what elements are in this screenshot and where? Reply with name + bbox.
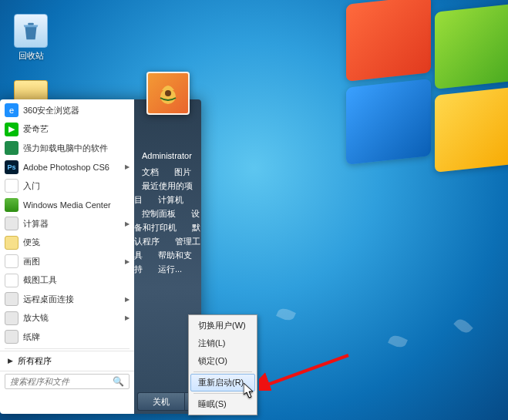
- start-menu-left-pane: e360安全浏览器▶爱奇艺强力卸载电脑中的软件PsAdobe Photoshop…: [0, 99, 134, 414]
- all-programs-label: 所有程序: [18, 355, 52, 367]
- submenu-item-0[interactable]: 切换用户(W): [190, 317, 255, 334]
- program-item-3[interactable]: PsAdobe Photoshop CS6▶: [0, 158, 134, 177]
- program-label: 计算器: [23, 218, 49, 230]
- program-item-2[interactable]: 强力卸载电脑中的软件: [0, 139, 134, 158]
- separator: [193, 371, 252, 372]
- user-name-link[interactable]: Administrator: [134, 147, 201, 164]
- mouse-cursor: [244, 383, 254, 398]
- program-label: 纸牌: [23, 331, 40, 343]
- note-icon: [5, 236, 19, 250]
- submenu-item-1[interactable]: 注销(L): [190, 334, 255, 352]
- program-label: 放大镜: [23, 312, 49, 324]
- program-item-8[interactable]: 画图▶: [0, 252, 134, 271]
- wmc-icon: [5, 198, 19, 212]
- windows-logo-wallpaper: [331, 0, 508, 231]
- recycle-bin-label: 回收站: [8, 50, 54, 62]
- annotation-arrow: [259, 352, 352, 391]
- program-label: 截图工具: [23, 274, 57, 286]
- paint-icon: [5, 254, 19, 268]
- svg-line-3: [264, 355, 348, 386]
- start-menu: e360安全浏览器▶爱奇艺强力卸载电脑中的软件PsAdobe Photoshop…: [0, 99, 201, 414]
- program-item-9[interactable]: 截图工具: [0, 271, 134, 291]
- submenu-item-2[interactable]: 锁定(O): [190, 352, 255, 370]
- program-item-4[interactable]: 入门: [0, 176, 134, 196]
- program-label: 远程桌面连接: [23, 294, 74, 305]
- program-item-10[interactable]: 远程桌面连接▶: [0, 290, 134, 309]
- wallpaper-leaf: [276, 306, 296, 323]
- program-label: 强力卸载电脑中的软件: [23, 143, 108, 154]
- svg-rect-0: [28, 23, 34, 25]
- shutdown-submenu: 切换用户(W)注销(L)锁定(O)重新启动(R)睡眠(S): [188, 314, 257, 415]
- program-item-0[interactable]: e360安全浏览器: [0, 101, 134, 120]
- program-label: Adobe Photoshop CS6: [23, 163, 109, 172]
- ie-icon: e: [5, 103, 19, 117]
- unin-icon: [5, 141, 19, 155]
- iqy-icon: ▶: [5, 123, 19, 136]
- separator: [5, 348, 130, 349]
- program-item-1[interactable]: ▶爱奇艺: [0, 120, 134, 139]
- start-search-box: 🔍: [0, 371, 134, 392]
- program-label: Windows Media Center: [23, 200, 111, 210]
- wallpaper-leaf: [388, 333, 408, 350]
- program-label: 入门: [23, 180, 40, 192]
- program-item-5[interactable]: Windows Media Center: [0, 196, 134, 215]
- submenu-arrow-icon: ▶: [125, 258, 130, 265]
- submenu-arrow-icon: ▶: [125, 220, 130, 227]
- zhipai-icon: [5, 330, 19, 344]
- doc-icon: [5, 179, 19, 193]
- search-icon: 🔍: [113, 376, 124, 387]
- program-item-6[interactable]: 计算器▶: [0, 214, 134, 234]
- program-label: 爱奇艺: [23, 123, 49, 135]
- program-item-7[interactable]: 便笺: [0, 234, 134, 253]
- program-label: 360安全浏览器: [23, 105, 79, 116]
- program-item-11[interactable]: 放大镜▶: [0, 309, 134, 328]
- all-programs-button[interactable]: ▶ 所有程序: [0, 351, 134, 371]
- shutdown-button[interactable]: 关机: [137, 392, 184, 411]
- rdp-icon: [5, 292, 19, 306]
- search-input[interactable]: [5, 374, 130, 389]
- program-label: 画图: [23, 256, 40, 267]
- user-avatar[interactable]: [146, 72, 190, 115]
- wallpaper-leaf: [453, 316, 473, 335]
- submenu-arrow-icon: ▶: [125, 314, 130, 321]
- ps-icon: Ps: [5, 160, 19, 174]
- recycle-bin-icon[interactable]: 回收站: [8, 14, 54, 62]
- desktop[interactable]: 回收站 e360安全浏览器▶爱奇艺强力卸载电脑中的软件PsAdobe Photo…: [0, 0, 508, 420]
- submenu-arrow-icon: ▶: [125, 163, 130, 170]
- program-item-12[interactable]: 纸牌: [0, 328, 134, 347]
- svg-point-2: [165, 90, 171, 96]
- program-label: 便笺: [23, 237, 40, 248]
- snip-icon: [5, 274, 19, 287]
- magni-icon: [5, 311, 19, 325]
- submenu-arrow-icon: ▶: [125, 296, 130, 303]
- calc-icon: [5, 217, 19, 230]
